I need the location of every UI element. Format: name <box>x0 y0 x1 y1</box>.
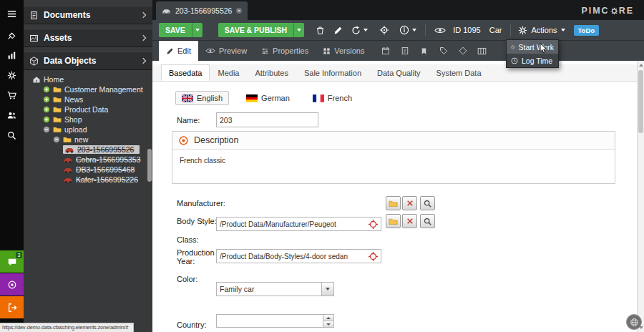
body-style-remove-button[interactable] <box>402 214 417 228</box>
tab-versions[interactable]: Versions <box>316 41 371 61</box>
save-publish-button[interactable]: SAVE & PUBLISH <box>218 23 293 37</box>
tools-icon[interactable] <box>0 26 24 44</box>
manufacturer-search-button[interactable] <box>420 196 435 210</box>
content-scrollbar[interactable] <box>637 61 644 332</box>
expand-plus-icon[interactable] <box>43 116 50 123</box>
delete-icon[interactable] <box>316 26 325 35</box>
tab-sale-information[interactable]: Sale Information <box>296 64 369 81</box>
spinner-up-icon[interactable] <box>323 315 333 321</box>
bookmark-icon[interactable] <box>414 41 434 61</box>
perspective-icon[interactable] <box>0 273 24 296</box>
tag-icon[interactable] <box>434 41 453 61</box>
tree-item-new[interactable]: new <box>24 135 152 145</box>
language-tab-english[interactable]: English <box>175 91 229 105</box>
body-style-open-button[interactable] <box>386 214 401 228</box>
collapse-minus-icon[interactable] <box>43 126 50 133</box>
collapse-minus-icon[interactable] <box>53 136 60 143</box>
menu-item-start-work[interactable]: Start Work <box>507 40 558 54</box>
tree-item-home[interactable]: Home <box>24 74 152 84</box>
localized-field-icon <box>179 136 188 145</box>
manufacturer-remove-button[interactable] <box>402 196 417 210</box>
color-label: Color: <box>177 275 214 283</box>
expand-plus-icon[interactable] <box>43 86 50 93</box>
menu-icon[interactable] <box>0 4 24 23</box>
workflow-icon[interactable] <box>453 41 472 61</box>
folder-icon <box>53 105 62 114</box>
manufacturer-field[interactable]: /Product Data/Manufacturer/Peugeot <box>216 217 381 231</box>
chevron-down-icon[interactable] <box>321 283 333 296</box>
tab-data-quality[interactable]: Data Quality <box>369 64 429 81</box>
tab-system-data[interactable]: System Data <box>429 64 489 81</box>
tab-attributes[interactable]: Attributes <box>247 64 296 81</box>
scroll-up-icon[interactable] <box>639 64 643 67</box>
globe-icon[interactable] <box>626 314 642 330</box>
tab-media[interactable]: Media <box>210 64 247 81</box>
description-header[interactable]: Description <box>172 132 615 150</box>
language-tab-french[interactable]: French <box>307 91 358 105</box>
actions-button[interactable]: Actions <box>518 26 565 35</box>
language-tab-german[interactable]: German <box>240 91 296 105</box>
sidebar-panel-documents[interactable]: Documents <box>24 6 152 24</box>
name-input[interactable] <box>216 112 318 127</box>
sidebar-scrollbar[interactable] <box>147 149 152 182</box>
tree-item-news[interactable]: News <box>24 94 152 104</box>
tab-basedata[interactable]: Basedata <box>161 64 210 81</box>
production-year-spinner[interactable] <box>216 314 334 328</box>
expand-plus-icon[interactable] <box>43 106 50 113</box>
reports-icon[interactable] <box>0 46 24 64</box>
settings-icon[interactable] <box>0 66 24 84</box>
tab-edit[interactable]: Edit <box>159 41 198 61</box>
home-icon <box>32 75 41 84</box>
icon-rail: 3 <box>0 0 24 332</box>
name-label: Name: <box>177 116 214 125</box>
spinner-down-icon[interactable] <box>323 321 333 327</box>
chat-button[interactable]: 3 <box>0 250 24 273</box>
reload-dropdown-caret[interactable] <box>364 29 368 31</box>
save-publish-dropdown-button[interactable] <box>293 23 304 37</box>
tree-item-shop[interactable]: Shop <box>24 114 152 125</box>
tab-properties[interactable]: Properties <box>254 41 316 61</box>
body-style-field[interactable]: /Product Data/Body-Styles/4-door sedan <box>216 249 381 263</box>
locate-in-tree-icon[interactable] <box>379 25 389 35</box>
folder-icon <box>389 217 398 226</box>
tree-item-upload[interactable]: upload <box>24 125 152 135</box>
description-text[interactable]: French classic <box>172 150 615 172</box>
tree-item-product-data[interactable]: Product Data <box>24 104 152 114</box>
body-style-label: Body Style: <box>177 217 221 225</box>
logo-gear-icon <box>610 7 618 15</box>
tab-preview[interactable]: Preview <box>198 41 254 61</box>
todo-badge[interactable]: ToDo <box>574 25 600 36</box>
data-objects-icon <box>29 57 39 66</box>
scrollbar-thumb[interactable] <box>638 70 643 133</box>
logout-icon[interactable] <box>0 296 24 318</box>
users-icon[interactable] <box>0 106 24 125</box>
description-fieldset: Description French classic <box>172 131 615 184</box>
info-icon[interactable] <box>399 25 409 35</box>
search-icon[interactable] <box>0 126 24 145</box>
manufacturer-open-button[interactable] <box>386 196 401 210</box>
info-dropdown-caret[interactable] <box>412 29 416 31</box>
tree-item-customer-management[interactable]: Customer Management <box>24 84 152 94</box>
save-button[interactable]: SAVE <box>159 23 192 37</box>
sidebar-panel-assets[interactable]: Assets <box>24 29 152 47</box>
body-style-search-button[interactable] <box>420 214 435 228</box>
class-select[interactable]: Family car <box>216 282 334 296</box>
reload-icon[interactable] <box>351 26 361 35</box>
menu-item-log-time[interactable]: Log Time <box>507 54 558 67</box>
expand-plus-icon[interactable] <box>43 96 50 103</box>
tree-item-kafer[interactable]: Kafer-1566995226 <box>24 175 152 185</box>
close-icon[interactable] <box>236 8 242 14</box>
tree-item-db3[interactable]: DB3-1566995468 <box>24 165 152 175</box>
ecommerce-icon[interactable] <box>0 86 24 104</box>
tree-item-203-selected[interactable]: 203-1566995526 <box>24 145 152 155</box>
notes-icon[interactable] <box>395 41 414 61</box>
preview-eye-icon[interactable] <box>434 26 446 34</box>
rename-icon[interactable] <box>333 26 343 35</box>
layout-columns-icon[interactable] <box>472 41 492 61</box>
open-object-tab[interactable]: 203-1566995526 <box>156 1 248 20</box>
folder-icon <box>53 115 62 124</box>
schedule-icon[interactable] <box>376 41 395 61</box>
tree-item-cobra[interactable]: Cobra-1566995353 <box>24 155 152 165</box>
sidebar-panel-data-objects[interactable]: Data Objects <box>24 52 152 70</box>
save-dropdown-button[interactable] <box>192 23 203 37</box>
